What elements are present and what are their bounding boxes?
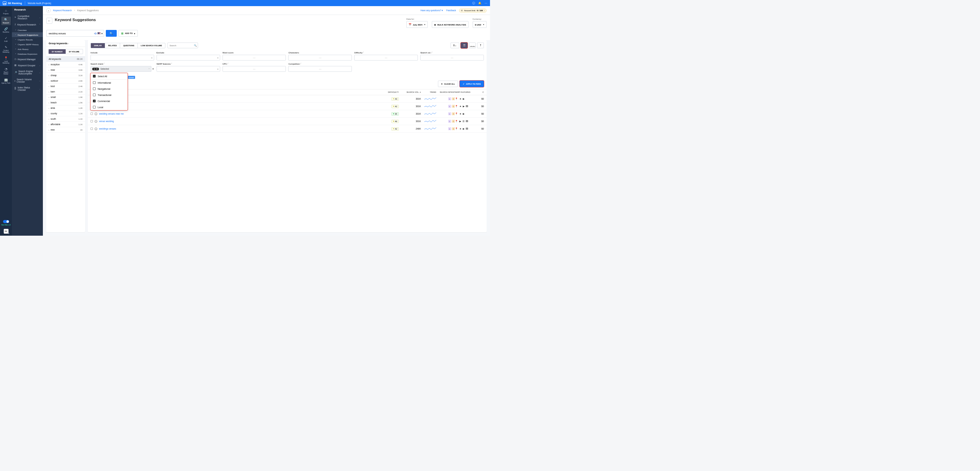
tab-similar[interactable]: SIMILAR	[91, 43, 105, 48]
group-by-volume[interactable]: BY VOLUME	[66, 49, 83, 54]
include-filter[interactable]: ▾	[91, 55, 154, 60]
expand-icon[interactable]: +	[95, 120, 97, 123]
account-limit-chip[interactable]: ⏲Account limit: 6 / 10Ki	[459, 8, 487, 13]
preset-chip[interactable]: preset	[127, 76, 135, 79]
notifications-icon[interactable]: 🔔	[478, 2, 482, 5]
intent-commercial[interactable]: ✓Commercial	[91, 98, 127, 104]
competition-filter[interactable]	[288, 66, 352, 72]
row-checkbox[interactable]	[91, 127, 93, 130]
th-searchvol[interactable]: SEARCH VOL. ▾	[399, 91, 421, 93]
group-item[interactable]: ›reception4.4K	[46, 62, 85, 67]
copy-button[interactable]: ⎘▾	[450, 43, 460, 48]
group-item[interactable]: ›small1.9K	[46, 95, 85, 100]
results-search-input[interactable]	[167, 43, 198, 48]
group-item[interactable]: ›outdoor2.6K	[46, 78, 85, 84]
th-cost[interactable]: C	[477, 91, 484, 93]
search-icon[interactable]: 🔍	[194, 44, 197, 47]
wordcount-filter[interactable]	[223, 55, 286, 60]
nav-suggestions[interactable]: Keyword Suggestions	[12, 32, 43, 37]
nav-ads-history[interactable]: Ads History	[12, 47, 43, 51]
nav-index-checker[interactable]: ≣Index Status Checker⌄	[12, 85, 43, 93]
row-checkbox[interactable]	[91, 120, 93, 122]
brand-logo[interactable]: SE Ranking	[3, 2, 22, 5]
bulk-analysis-button[interactable]: ⊞BULK KEYWORD ANALYSIS	[432, 21, 468, 28]
rail-backlinks[interactable]: 🔗Backlinks	[2, 26, 11, 34]
group-item[interactable]: ›near3.6K	[46, 67, 85, 73]
search-button[interactable]: 🔍	[106, 30, 117, 37]
serp-features-filter[interactable]: ▾	[156, 66, 220, 72]
keyword-link[interactable]: venue wedding	[99, 120, 114, 122]
nav-autocomplete[interactable]: 🔎Search Engine Autocomplete⌄	[12, 68, 43, 76]
rail-content[interactable]: ✎Content Marketing	[2, 44, 11, 54]
tab-related[interactable]: RELATED	[105, 43, 121, 48]
cpc-filter[interactable]	[223, 66, 286, 72]
expand-icon[interactable]: +	[95, 113, 97, 115]
tab-questions[interactable]: QUESTIONS	[120, 43, 137, 48]
nav-volume-checker[interactable]: ⫾Search Volume Checker⌄	[12, 76, 43, 85]
group-item[interactable]: ›new1K	[46, 127, 85, 133]
exclude-filter[interactable]: ▾	[156, 55, 220, 60]
help-icon[interactable]: ⓘ	[472, 2, 475, 5]
row-checkbox[interactable]	[91, 113, 93, 115]
rail-projects[interactable]: ⌂Projects	[2, 8, 11, 16]
group-item[interactable]: ›affordable1.1K	[46, 122, 85, 127]
intent-local[interactable]: Local	[91, 104, 127, 110]
nav-overview[interactable]: Overview	[12, 27, 43, 32]
export-button[interactable]: ⤒	[477, 43, 484, 48]
group-by-number[interactable]: BY NUMBER	[49, 49, 66, 54]
th-difficulty[interactable]: DIFFICULTY	[382, 91, 399, 93]
characters-filter[interactable]	[288, 55, 352, 60]
intent-informational[interactable]: Informational	[91, 79, 127, 86]
close-icon[interactable]: ✕	[96, 68, 98, 70]
th-features[interactable]: SERP FEATURES	[455, 91, 477, 93]
intent-navigational[interactable]: Navigational	[91, 86, 127, 92]
breadcrumb-back[interactable]: ‹	[46, 8, 51, 13]
th-intent[interactable]: SEARCH INTENT	[436, 91, 455, 93]
nav-competitive[interactable]: ✦Competitive Research⌄	[12, 13, 43, 21]
th-trend[interactable]: TREND	[421, 91, 436, 93]
info-icon[interactable]: i	[68, 43, 68, 44]
group-item[interactable]: ›cheap3.1K	[46, 73, 85, 78]
nav-db-expansion[interactable]: Database Expansion	[12, 51, 43, 56]
nav-manager[interactable]: ◷Keyword Manager	[12, 56, 43, 62]
back-button[interactable]: ←	[46, 18, 52, 24]
columns-button[interactable]: ␣␣␣	[469, 43, 476, 48]
difficulty-filter[interactable]	[354, 55, 418, 60]
keyword-link[interactable]: weddings venues	[99, 127, 116, 130]
rail-agency[interactable]: 🏢Agency Pack	[2, 77, 11, 86]
intent-clear-icon[interactable]: ✕	[152, 68, 154, 70]
group-item[interactable]: ›south1.1K	[46, 116, 85, 122]
rail-report[interactable]: ◔Report Builder	[2, 66, 11, 76]
user-avatar[interactable]: DA	[4, 229, 8, 234]
group-item[interactable]: ›county1.1K	[46, 111, 85, 116]
rail-local[interactable]: 📍Local Marketing	[2, 55, 11, 65]
more-icon[interactable]: ⋯	[485, 2, 487, 5]
date-picker[interactable]: 📅July 2024▾	[406, 21, 428, 28]
rail-research[interactable]: 🔍Research	[2, 17, 11, 25]
nav-keyword-research[interactable]: ⚷Keyword Research⌃	[12, 21, 43, 27]
rail-audit[interactable]: ✓Audit	[2, 35, 11, 44]
group-item[interactable]: ›best2.4K	[46, 84, 85, 89]
questions-link[interactable]: Have any questions? ▾	[421, 9, 443, 12]
group-item[interactable]: ›beach1.5K	[46, 100, 85, 105]
nav-serp-history[interactable]: Organic SERP History	[12, 42, 43, 47]
context-link[interactable]: Website Audit (Projects)	[27, 2, 51, 5]
nav-grouper[interactable]: ▦Keyword Grouper⌄	[12, 62, 43, 68]
keyword-link[interactable]: wedding venues near me	[99, 113, 124, 115]
intent-filter[interactable]: 1✕ Selected ⌃	[91, 66, 151, 72]
add-to-button[interactable]: ⊞ADD TO▾	[118, 30, 138, 37]
search-engine-picker[interactable]: G▾	[95, 32, 103, 35]
expand-icon[interactable]: +	[95, 127, 97, 130]
menu-ui-toggle[interactable]	[3, 220, 9, 223]
group-item[interactable]: ›barn2.1K	[46, 89, 85, 95]
clear-all-button[interactable]: ✕CLEAR ALL	[438, 81, 458, 87]
feedback-link[interactable]: Feedback	[446, 9, 456, 11]
currency-picker[interactable]: $ USD▾	[473, 21, 487, 28]
filter-button[interactable]: ☰	[461, 43, 468, 48]
apply-filters-button[interactable]: ✓APPLY FILTERS	[460, 81, 484, 87]
tab-low-volume[interactable]: LOW SEARCH VOLUME	[138, 43, 165, 48]
searchvol-filter[interactable]	[420, 55, 484, 60]
intent-select-all[interactable]: −Select All	[91, 73, 127, 79]
group-item[interactable]: ›area1.2K	[46, 105, 85, 111]
intent-transactional[interactable]: Transactional	[91, 92, 127, 98]
